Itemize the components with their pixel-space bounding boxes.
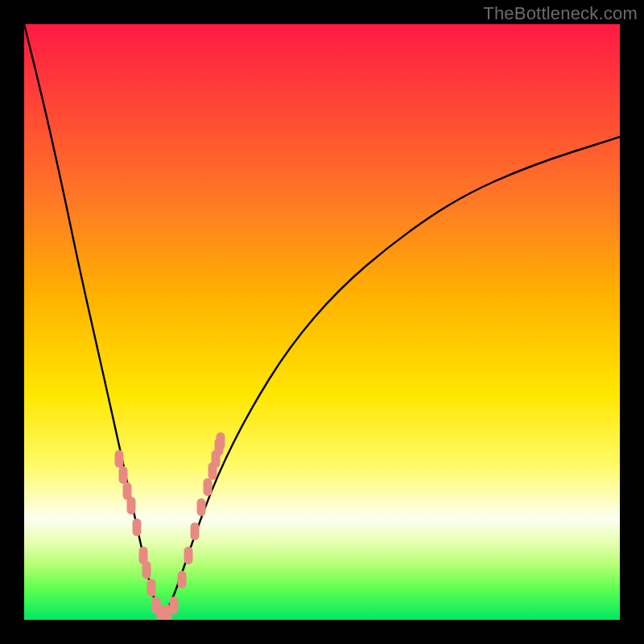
marker-dot xyxy=(178,571,187,588)
marker-dot xyxy=(133,518,142,536)
marker-dot xyxy=(142,561,151,579)
chart-frame: TheBottleneck.com xyxy=(0,0,644,644)
chart-plot-area xyxy=(24,24,620,620)
marker-dot xyxy=(115,450,124,468)
marker-dot xyxy=(204,478,213,496)
marker-dot xyxy=(184,547,193,564)
marker-dot xyxy=(170,597,179,614)
bottleneck-curve xyxy=(24,24,620,613)
watermark-text: TheBottleneck.com xyxy=(483,3,638,24)
marker-dot xyxy=(119,466,128,484)
marker-dot xyxy=(147,579,156,597)
marker-dot xyxy=(197,498,206,516)
highlight-markers xyxy=(115,432,225,620)
marker-dot xyxy=(217,432,225,450)
marker-dot xyxy=(127,497,136,514)
chart-svg xyxy=(24,24,620,620)
marker-dot xyxy=(191,522,200,540)
